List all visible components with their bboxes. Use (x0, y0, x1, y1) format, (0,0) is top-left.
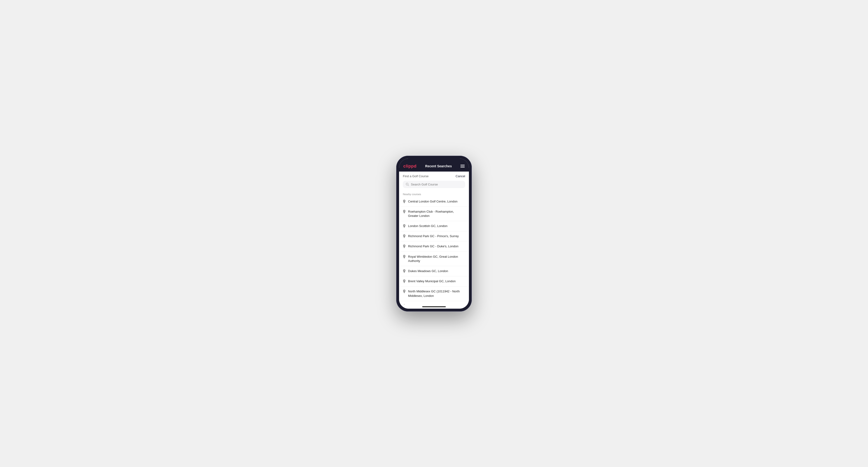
course-list-item[interactable]: North Middlesex GC (1011942 - North Midd… (399, 286, 469, 301)
phone-screen: clippd Recent Searches Find a Golf Cours… (399, 159, 469, 309)
pin-icon (403, 289, 406, 293)
nearby-label: Nearby courses (399, 191, 469, 196)
pin-icon (403, 245, 406, 248)
course-name: Brent Valley Municipal GC, London (408, 279, 456, 283)
app-header: clippd Recent Searches (399, 161, 469, 172)
nearby-section: Nearby courses Central London Golf Centr… (399, 191, 469, 304)
bottom-bar (399, 304, 469, 309)
pin-icon (403, 199, 406, 204)
course-name: Richmond Park GC - Duke's, London (408, 244, 458, 248)
pin-icon (403, 210, 406, 214)
pin-icon (403, 224, 406, 228)
status-bar (399, 159, 469, 161)
pin-icon (403, 255, 406, 259)
hamburger-line-2 (460, 166, 465, 166)
course-list-item[interactable]: Roehampton Club - Roehampton, Greater Lo… (399, 207, 469, 221)
course-name: Dukes Meadows GC, London (408, 269, 448, 273)
course-list-item[interactable]: Central London Golf Centre, London (399, 196, 469, 207)
home-indicator (422, 306, 446, 307)
hamburger-menu-icon[interactable] (460, 165, 465, 167)
find-label: Find a Golf Course (403, 175, 429, 178)
app-logo: clippd (403, 164, 416, 169)
pin-icon (403, 269, 406, 273)
search-icon (406, 183, 409, 186)
course-name: Richmond Park GC - Prince's, Surrey (408, 234, 459, 238)
cancel-button[interactable]: Cancel (456, 175, 465, 178)
course-list-item[interactable]: London Scottish GC, London (399, 221, 469, 231)
header-title: Recent Searches (425, 164, 452, 168)
hamburger-line-3 (460, 167, 465, 167)
course-list-item[interactable]: Royal Wimbledon GC, Great London Authori… (399, 252, 469, 266)
search-container (399, 180, 469, 191)
course-list: Central London Golf Centre, London Roeha… (399, 196, 469, 304)
course-list-item[interactable]: Brent Valley Municipal GC, London (399, 276, 469, 286)
course-name: Central London Golf Centre, London (408, 199, 458, 204)
course-name: London Scottish GC, London (408, 224, 447, 228)
phone-frame: clippd Recent Searches Find a Golf Cours… (396, 156, 472, 311)
find-bar: Find a Golf Course Cancel (399, 172, 469, 180)
course-list-item[interactable]: Coombe Hill GC, Kingston upon Thames (399, 301, 469, 304)
svg-line-1 (408, 185, 409, 186)
search-input[interactable] (411, 183, 462, 186)
course-name: Roehampton Club - Roehampton, Greater Lo… (408, 210, 465, 218)
content-area: Find a Golf Course Cancel Nearby courses (399, 172, 469, 304)
hamburger-line-1 (460, 165, 465, 165)
pin-icon (403, 234, 406, 238)
course-list-item[interactable]: Dukes Meadows GC, London (399, 266, 469, 276)
course-name: North Middlesex GC (1011942 - North Midd… (408, 289, 465, 298)
course-list-item[interactable]: Richmond Park GC - Duke's, London (399, 241, 469, 252)
course-name: Royal Wimbledon GC, Great London Authori… (408, 255, 465, 263)
search-input-wrapper (403, 181, 465, 188)
pin-icon (403, 279, 406, 283)
course-list-item[interactable]: Richmond Park GC - Prince's, Surrey (399, 231, 469, 241)
